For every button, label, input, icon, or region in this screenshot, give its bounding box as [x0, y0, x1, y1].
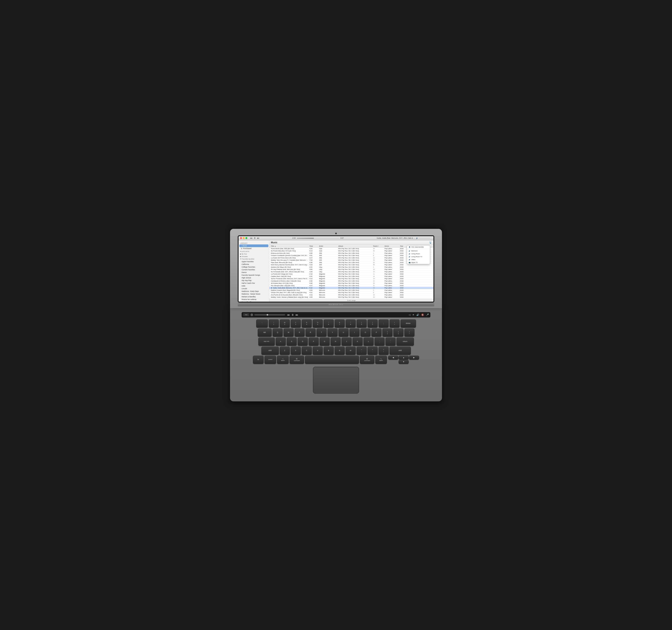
key-o[interactable]: O — [360, 328, 370, 336]
track-row[interactable]: Quisiera Ser Mayor (En Vivo)3:31Litzy90'… — [269, 266, 433, 269]
key-option-left[interactable]: ⌥ option — [277, 356, 289, 364]
touch-bar-rewind[interactable]: ⏮ — [287, 313, 290, 316]
dropdown-item-apple-tv[interactable]: 📺 Apple TV — [407, 261, 430, 264]
favorites-by-artist-toggle[interactable]: ▼ Favorites by Artist — [239, 258, 269, 260]
track-row[interactable]: A la Puerta de la Escuela (feat. JNS) [E… — [269, 294, 433, 296]
key-bracket-open[interactable]: {[ — [382, 328, 392, 336]
touch-bar-siri-icon[interactable]: 🎤 — [426, 313, 429, 316]
touch-bar-brightness-icon[interactable]: ☀ — [412, 313, 414, 316]
dropdown-item-bedroom[interactable]: 🔊 Bedroom — [407, 250, 430, 252]
track-row[interactable]: Cambiando el Destino (feat. Calo) [En Vi… — [269, 280, 433, 282]
key-a[interactable]: A — [276, 337, 286, 346]
key-period[interactable]: >. — [367, 347, 378, 355]
track-row[interactable]: La Puerta del Colegio (En Vivo)2:10Magne… — [269, 273, 433, 275]
key-d[interactable]: D — [298, 337, 308, 346]
key-e[interactable]: E — [294, 328, 305, 336]
close-button[interactable] — [240, 237, 242, 239]
key-fn[interactable]: fn — [253, 356, 264, 364]
key-n[interactable]: N — [335, 347, 345, 355]
sidebar-item-lincoln[interactable]: Lincoln — [239, 287, 269, 290]
sidebar-item-mariani[interactable]: Mariani & Bandley — [239, 295, 269, 298]
key-semicolon[interactable]: :; — [375, 337, 385, 346]
touch-bar-pause[interactable]: ⏸ — [291, 313, 294, 316]
sidebar-item-madonna-newer[interactable]: Madonna - Newer Music — [239, 293, 269, 295]
key-x[interactable]: X — [291, 347, 301, 355]
key-arrow-right[interactable]: ▶ — [409, 356, 419, 359]
key-s[interactable]: S — [287, 337, 297, 346]
touch-bar-mute-icon[interactable]: 🔇 — [421, 313, 424, 316]
touch-bar-close[interactable]: × — [250, 313, 253, 316]
key-c[interactable]: C — [302, 347, 312, 355]
track-row[interactable]: 40 Grados (feat. OV7) [En Vivo]3:40Magne… — [269, 282, 433, 284]
key-command-right[interactable]: ⌘ command — [360, 356, 374, 364]
key-minus[interactable]: _- — [379, 320, 389, 328]
col-artist[interactable]: Artist — [319, 245, 338, 247]
key-l[interactable]: L — [364, 337, 374, 346]
key-control[interactable]: control — [265, 356, 276, 364]
key-8[interactable]: *8 — [345, 320, 356, 328]
col-title[interactable]: Title ▲ — [271, 245, 309, 247]
key-1[interactable]: !1 — [269, 320, 279, 328]
track-row[interactable]: Medley: Vuelo / Azúcar y Maldad (feat. L… — [269, 296, 433, 298]
key-h[interactable]: H — [331, 337, 341, 346]
key-u[interactable]: U — [338, 328, 349, 336]
key-q[interactable]: Q — [272, 328, 283, 336]
track-row[interactable]: Suena Tremendo (feat. Mercurio, OV7, Cal… — [269, 278, 433, 280]
sidebar-item-musica-caderas[interactable]: Musica las caderas — [239, 298, 269, 301]
key-0[interactable]: )0 — [367, 320, 378, 328]
track-row[interactable]: No Hay Palabras (feat. Mercurio) [En Viv… — [269, 269, 433, 271]
key-5[interactable]: %5 — [313, 320, 323, 328]
sidebar-item-current-favorites[interactable]: Current Favorites — [239, 269, 269, 271]
dropdown-item-office[interactable]: 🔊 Office — [407, 258, 430, 261]
key-2[interactable]: @2 — [280, 320, 290, 328]
key-f[interactable]: F — [309, 337, 319, 346]
sidebar-item-half-catch-fire[interactable]: Half & Catch Fire — [239, 282, 269, 284]
key-quote[interactable]: "' — [385, 337, 395, 346]
col-album[interactable]: Album — [338, 245, 373, 247]
key-7[interactable]: &7 — [335, 320, 345, 328]
key-k[interactable]: K — [353, 337, 363, 346]
key-equals[interactable]: += — [389, 320, 400, 328]
track-row[interactable]: Capitán (feat. Calo) [En Vivo]3:31Magnet… — [269, 275, 433, 278]
key-option-right[interactable]: ⌥ option — [375, 356, 387, 364]
sidebar-item-madonna-early[interactable]: Madonna - Early Days — [239, 290, 269, 293]
touch-bar-curved-icon[interactable]: ◁ — [409, 313, 410, 316]
key-b[interactable]: B — [324, 347, 334, 355]
track-row[interactable]: Pon Siempre (feat. Litzy) [En Vivo]4:17M… — [269, 284, 433, 287]
key-comma[interactable]: <, — [357, 347, 367, 355]
key-caps-lock[interactable]: caps lock — [258, 337, 275, 346]
sidebar-item-indie[interactable]: Indie — [239, 284, 269, 287]
dropdown-item-living-room-tv[interactable]: 🔊 Living Room TV — [407, 255, 430, 258]
dropdown-item-living-room[interactable]: 🔊 Living Room — [407, 252, 430, 255]
sidebar-item-college-favorites[interactable]: College Favorites — [239, 266, 269, 269]
pause-button[interactable]: ⏸ — [254, 237, 256, 239]
key-shift-left[interactable]: shift — [261, 347, 279, 355]
maximize-button[interactable] — [245, 237, 247, 239]
track-row[interactable]: Explota Corazón (feat. Magneto) [En Vivo… — [269, 289, 433, 291]
key-4[interactable]: $4 — [302, 320, 312, 328]
col-track[interactable]: Track # — [373, 245, 385, 247]
sidebar-item-california[interactable]: California — [239, 263, 269, 266]
key-backslash[interactable]: |\ — [404, 328, 414, 336]
progress-bar[interactable] — [297, 238, 339, 238]
sidebar-item-dance[interactable]: Dance — [239, 271, 269, 274]
decades-toggle[interactable]: ▶ Decades — [239, 255, 269, 258]
track-row[interactable]: No Te Extraño (feat. OV7, JNS & Calo) [E… — [269, 271, 433, 273]
key-g[interactable]: G — [320, 337, 330, 346]
minimize-button[interactable] — [243, 237, 245, 239]
key-r[interactable]: R — [306, 328, 316, 336]
sidebar-item-favorite-spanish-songs[interactable]: Favorite Spanish Songs — [239, 274, 269, 276]
key-space[interactable] — [305, 356, 359, 364]
key-3[interactable]: #3 — [291, 320, 301, 328]
touch-bar-volume-icon[interactable]: 🔊 — [416, 313, 419, 316]
col-time[interactable]: Time — [309, 245, 319, 247]
touch-bar-progress[interactable] — [254, 314, 285, 316]
sidebar-item-purchased[interactable]: ⊙ Purchased — [239, 247, 269, 250]
key-j[interactable]: J — [342, 337, 352, 346]
key-backtick[interactable]: ~` — [256, 320, 268, 328]
key-6[interactable]: ^6 — [324, 320, 334, 328]
volume-slider[interactable] — [419, 238, 430, 238]
key-bracket-close[interactable]: }] — [393, 328, 403, 336]
airplay-icon[interactable]: 📡 — [429, 241, 432, 244]
sidebar-item-high-school[interactable]: High School — [239, 276, 269, 279]
